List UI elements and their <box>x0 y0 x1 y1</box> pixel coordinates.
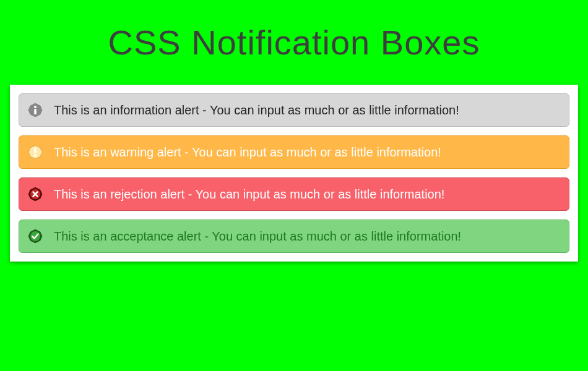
error-alert: This is an rejection alert - You can inp… <box>19 177 569 211</box>
error-alert-text: This is an rejection alert - You can inp… <box>54 187 444 202</box>
warning-alert: This is an warning alert - You can input… <box>19 135 569 169</box>
page-title: CSS Notification Boxes <box>0 0 588 62</box>
svg-rect-2 <box>34 109 37 114</box>
warning-alert-text: This is an warning alert - You can input… <box>54 145 441 160</box>
error-icon <box>28 187 43 202</box>
info-alert-text: This is an information alert - You can i… <box>54 103 459 117</box>
success-alert-text: This is an acceptance alert - You can in… <box>54 229 461 244</box>
success-icon <box>28 229 43 244</box>
success-alert: This is an acceptance alert - You can in… <box>19 220 569 253</box>
svg-point-1 <box>34 106 37 108</box>
svg-rect-4 <box>34 148 37 153</box>
info-alert: This is an information alert - You can i… <box>19 93 569 127</box>
warning-icon <box>28 145 43 160</box>
notification-panel: This is an information alert - You can i… <box>10 85 578 262</box>
svg-point-5 <box>34 155 37 157</box>
info-icon <box>28 103 43 117</box>
